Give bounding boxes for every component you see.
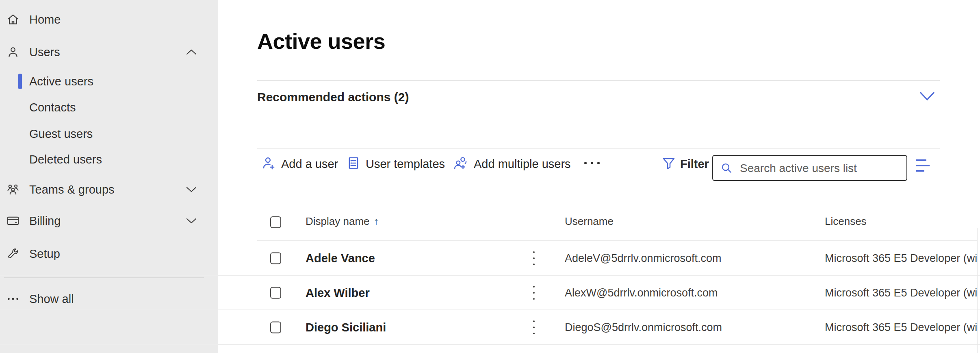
people-add-icon — [453, 155, 469, 172]
sidebar-item-label: Deleted users — [29, 153, 102, 166]
sidebar-item-billing[interactable]: Billing — [0, 205, 218, 237]
sidebar-item-label: Guest users — [29, 127, 93, 141]
user-display-name[interactable]: Alex Wilber — [306, 286, 370, 299]
recommended-actions-header[interactable]: Recommended actions (2) — [257, 90, 409, 104]
chevron-up-icon[interactable] — [186, 49, 197, 55]
filter-lines-icon[interactable] — [916, 159, 930, 172]
selected-indicator — [18, 74, 22, 89]
row-more-icon[interactable] — [533, 286, 535, 300]
sidebar-item-label: Users — [29, 46, 60, 59]
add-user-label: Add a user — [281, 157, 338, 171]
sidebar-item-label: Active users — [29, 75, 93, 88]
filter-funnel-icon — [661, 155, 676, 172]
user-display-name[interactable]: Adele Vance — [306, 251, 375, 265]
section-divider — [257, 148, 940, 149]
add-multiple-users-label: Add multiple users — [474, 157, 571, 171]
user-username: DiegoS@5drrlv.onmicrosoft.com — [565, 321, 722, 333]
page-title: Active users — [257, 28, 385, 54]
add-multiple-users-button[interactable]: Add multiple users — [453, 150, 571, 177]
column-header-username[interactable]: Username — [565, 215, 614, 228]
sidebar-item-label: Contacts — [29, 101, 76, 114]
sidebar-item-contacts[interactable]: Contacts — [0, 94, 218, 120]
sidebar-item-label: Home — [29, 13, 61, 26]
sidebar-item-active-users[interactable]: Active users — [0, 68, 218, 94]
user-display-name[interactable]: Diego Siciliani — [306, 320, 386, 334]
user-username: AlexW@5drrlv.onmicrosoft.com — [565, 286, 718, 299]
sidebar-item-guest-users[interactable]: Guest users — [0, 121, 218, 147]
user-table: Adele Vance AdeleV@5drrlv.onmicrosoft.co… — [0, 241, 980, 345]
more-actions-button[interactable] — [584, 162, 600, 164]
sidebar-item-label: Teams & groups — [29, 183, 115, 196]
table-row: Alex Wilber AlexW@5drrlv.onmicrosoft.com… — [0, 276, 980, 310]
column-header-display-name[interactable]: Display name↑ — [306, 215, 379, 228]
select-all-checkbox[interactable] — [270, 216, 281, 228]
sidebar-item-home[interactable]: Home — [0, 3, 218, 36]
sidebar-item-users[interactable]: Users — [0, 36, 218, 68]
search-box — [712, 155, 907, 181]
template-list-icon — [346, 156, 361, 172]
column-header-licenses[interactable]: Licenses — [825, 215, 867, 228]
row-more-icon[interactable] — [533, 320, 535, 334]
table-row: Diego Siciliani DiegoS@5drrlv.onmicrosof… — [0, 310, 980, 345]
sidebar-item-deleted-users[interactable]: Deleted users — [0, 146, 218, 172]
user-licenses: Microsoft 365 E5 Developer (withou — [825, 321, 977, 333]
user-licenses: Microsoft 365 E5 Developer (withou — [825, 286, 977, 299]
filter-label: Filter — [680, 157, 709, 171]
user-username: AdeleV@5drrlv.onmicrosoft.com — [565, 252, 722, 264]
search-icon — [720, 161, 733, 175]
credit-card-icon — [3, 214, 23, 228]
section-divider — [257, 80, 940, 81]
table-row: Adele Vance AdeleV@5drrlv.onmicrosoft.co… — [0, 241, 980, 276]
user-licenses: Microsoft 365 E5 Developer (withou — [825, 252, 977, 264]
filter-button[interactable]: Filter — [661, 150, 709, 177]
row-checkbox[interactable] — [270, 287, 281, 299]
list-edge-divider — [977, 228, 978, 353]
chevron-down-icon[interactable] — [919, 91, 935, 103]
chevron-down-icon[interactable] — [186, 186, 197, 193]
more-icon — [584, 162, 587, 164]
user-templates-button[interactable]: User templates — [346, 150, 445, 177]
row-checkbox[interactable] — [270, 252, 281, 264]
search-input[interactable] — [739, 156, 905, 181]
home-icon — [3, 13, 23, 26]
add-user-button[interactable]: Add a user — [261, 150, 338, 177]
chevron-down-icon[interactable] — [186, 218, 197, 224]
sort-ascending-icon: ↑ — [374, 215, 379, 227]
people-icon — [3, 183, 23, 196]
row-more-icon[interactable] — [533, 251, 535, 265]
user-templates-label: User templates — [366, 157, 445, 171]
person-icon — [3, 46, 23, 59]
sidebar-item-teams-groups[interactable]: Teams & groups — [0, 173, 218, 206]
row-checkbox[interactable] — [270, 321, 281, 333]
sidebar-item-label: Billing — [29, 214, 61, 228]
active-users-page: Home Users Active users Contacts Guest — [0, 0, 980, 353]
person-add-icon — [261, 155, 276, 172]
